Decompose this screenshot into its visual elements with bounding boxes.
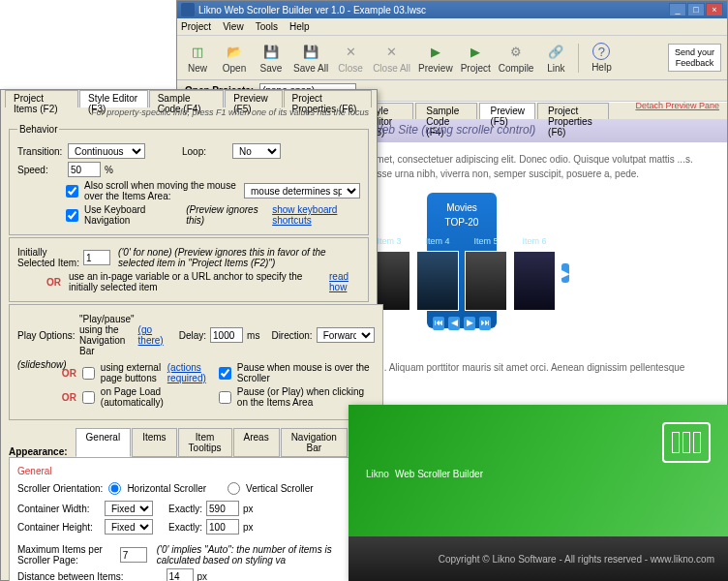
scroll-mouse-checkbox[interactable] [66, 185, 78, 198]
direction-select[interactable]: Forward [317, 327, 375, 343]
general-header: General [17, 466, 360, 476]
keyboard-nav-checkbox[interactable] [66, 209, 78, 222]
scroller-title: Movies TOP-20 [433, 199, 491, 231]
save-all-button[interactable]: 💾Save All [293, 42, 328, 74]
open-button[interactable]: 📂Open [220, 42, 249, 74]
splash-screen: Likno Web Scroller Builder Copyright © L… [349, 405, 728, 581]
menu-tools[interactable]: Tools [256, 21, 278, 32]
detach-preview-link[interactable]: Detach Preview Pane [635, 101, 719, 110]
close-proj-button: ✕Close [336, 42, 365, 74]
keyboard-nav-label: Use Keyboard Navigation [84, 204, 174, 226]
tab-project-properties[interactable]: Project Properties (F6) [537, 103, 609, 119]
page-load-checkbox[interactable] [82, 391, 95, 404]
splash-copyright: Copyright © Likno Software - All rights … [349, 536, 728, 581]
menubar: Project View Tools Help [177, 18, 727, 36]
tab-style-editor[interactable]: Style Editor (F3) [79, 90, 148, 107]
external-buttons-checkbox[interactable] [82, 367, 95, 380]
scroll-mouse-label: Also scroll when moving the mouse over t… [84, 180, 240, 201]
tab-items[interactable]: Items [132, 428, 176, 457]
container-height-label: Container Height: [17, 522, 101, 533]
tab-areas[interactable]: Areas [233, 428, 280, 457]
pause-mouse-checkbox[interactable] [219, 367, 231, 380]
kb-shortcuts-link[interactable]: show keyboard shortcuts [272, 204, 360, 226]
read-how-link[interactable]: read how [329, 271, 360, 292]
tab-sample-code[interactable]: Sample Code (F4) [415, 103, 477, 119]
titlebar: Likno Web Scroller Builder ver 1.0 - Exa… [177, 1, 727, 18]
movie-item: Item 4 [416, 235, 459, 311]
scroller-nav: ⏮ ◀ ▶ ⏭ [433, 317, 491, 330]
tab-item-tooltips[interactable]: Item Tooltips [178, 428, 232, 457]
tab-nav-bar[interactable]: Navigation Bar [281, 428, 348, 457]
style-editor-window: Project Items (F2) Style Editor (F3) Sam… [0, 89, 378, 581]
vertical-radio[interactable] [228, 482, 240, 495]
new-button[interactable]: ◫New [183, 42, 212, 74]
feedback-button[interactable]: Send your Feedback [668, 44, 721, 73]
container-width-label: Container Width: [17, 504, 101, 514]
height-mode-select[interactable]: Fixed [105, 519, 153, 535]
close-button[interactable]: × [706, 3, 723, 16]
window-title: Likno Web Scroller Builder ver 1.0 - Exa… [198, 5, 426, 15]
menu-project[interactable]: Project [181, 21, 211, 32]
movie-item: Item 6 [513, 235, 556, 311]
orientation-label: Scroller Orientation: [17, 483, 103, 494]
distance-input[interactable] [167, 568, 194, 581]
tab-project-items[interactable]: Project Items (F2) [5, 90, 78, 107]
tab-preview[interactable]: Preview (F5) [479, 103, 535, 119]
actions-required-link[interactable]: (actions required) [167, 362, 207, 383]
nav-last-icon[interactable]: ⏭ [479, 317, 491, 330]
general-panel: General Scroller Orientation: Horizontal… [9, 457, 369, 581]
close-all-button: ✕Close All [373, 42, 410, 74]
movie-item: Item 5 [465, 235, 507, 311]
nav-prev-icon[interactable]: ◀ [448, 317, 460, 330]
pause-click-checkbox[interactable] [219, 391, 231, 404]
go-there-link[interactable]: (go there) [138, 324, 164, 346]
scroll-mouse-select[interactable]: mouse determines speed [244, 183, 360, 199]
distance-label: Distance between Items: [17, 571, 124, 582]
behavior-legend: Behavior [17, 124, 59, 135]
tab-sample-code[interactable]: Sample Code (F4) [149, 90, 225, 107]
link-button[interactable]: 🔗Link [541, 42, 570, 74]
max-items-label: Maximum Items per Scroller Page: [17, 544, 116, 566]
menu-help[interactable]: Help [289, 21, 310, 32]
minimize-button[interactable]: _ [669, 3, 686, 16]
transition-label: Transition: [17, 146, 64, 157]
height-input[interactable] [206, 519, 239, 535]
play-options-label: Play Options: [17, 330, 76, 341]
editor-tabs: Project Items (F2) Style Editor (F3) Sam… [1, 90, 377, 107]
width-input[interactable] [206, 501, 239, 516]
nav-next-icon[interactable]: ▶ [464, 317, 475, 330]
loop-label: Loop: [182, 146, 228, 157]
toolbar: ◫New 📂Open 💾Save 💾Save All ✕Close ✕Close… [177, 36, 727, 80]
play-options-panel: Play Options: "Play/pause" using the Nav… [9, 304, 383, 420]
tab-general[interactable]: General [76, 428, 132, 457]
project-button[interactable]: ▶Project [461, 42, 491, 74]
compile-button[interactable]: ⚙Compile [499, 42, 534, 74]
horizontal-radio[interactable] [108, 482, 121, 495]
nav-first-icon[interactable]: ⏮ [433, 317, 444, 330]
initial-item-label: Initially Selected Item: [17, 247, 79, 268]
splash-logo-icon [662, 422, 711, 463]
app-icon [181, 3, 195, 16]
appearance-label: Appearance: [9, 446, 68, 457]
scroller-next-icon[interactable]: ▶ [561, 263, 569, 283]
transition-select[interactable]: Continuous [68, 143, 145, 159]
menu-view[interactable]: View [223, 21, 244, 32]
initial-item-input[interactable] [83, 250, 110, 265]
loop-select[interactable]: No [232, 143, 281, 159]
tab-preview[interactable]: Preview (F5) [225, 90, 282, 107]
splash-product: Web Scroller Builder [395, 469, 483, 479]
tab-project-properties[interactable]: Project Properties (F6) [284, 90, 372, 107]
behavior-panel: Behavior Transition: Continuous Loop: No… [9, 124, 369, 235]
width-mode-select[interactable]: Fixed [105, 501, 153, 516]
splash-brand: Likno [366, 469, 389, 479]
save-button[interactable]: 💾Save [257, 42, 286, 74]
initial-item-panel: Initially Selected Item: ('0' for none) … [9, 237, 369, 302]
maximize-button[interactable]: □ [687, 3, 705, 16]
help-button[interactable]: ?Help [587, 43, 616, 73]
preview-button[interactable]: ▶Preview [418, 42, 453, 74]
scroller-widget: Movies TOP-20 ◀ Item 3 Item 4 Item 5 Ite… [427, 193, 497, 328]
max-items-input[interactable] [120, 547, 147, 563]
delay-input[interactable] [210, 327, 243, 343]
speed-label: Speed: [17, 165, 64, 175]
speed-input[interactable] [68, 162, 101, 177]
